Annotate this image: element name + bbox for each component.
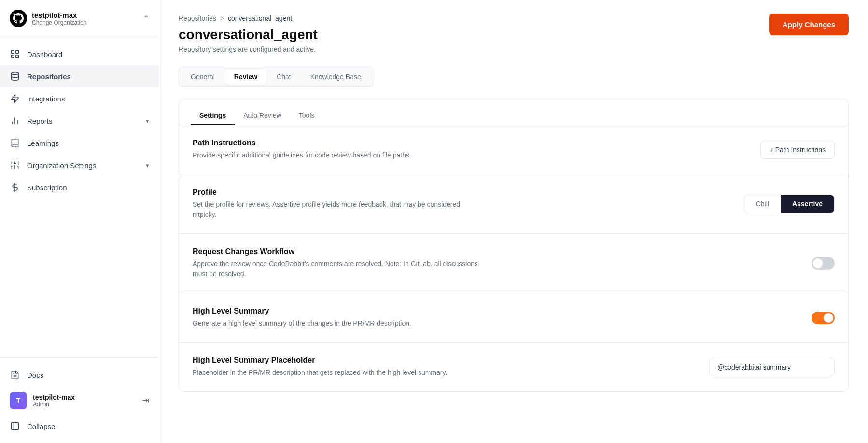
breadcrumb-separator: > bbox=[220, 14, 224, 22]
inner-tabs: Settings Auto Review Tools bbox=[179, 99, 848, 125]
org-info: testpilot-max Change Organization bbox=[32, 11, 143, 26]
file-text-icon bbox=[10, 370, 20, 380]
section-desc: Set the profile for reviews. Assertive p… bbox=[193, 200, 482, 220]
inner-tab-settings[interactable]: Settings bbox=[191, 107, 235, 125]
sidebar-item-subscription[interactable]: Subscription bbox=[0, 176, 159, 199]
sliders-icon bbox=[10, 160, 20, 171]
inner-tab-tools[interactable]: Tools bbox=[290, 107, 323, 125]
section-title: High Level Summary bbox=[193, 307, 800, 315]
page-subtitle: Repository settings are configured and a… bbox=[179, 45, 849, 53]
sidebar-item-label: Subscription bbox=[27, 184, 67, 192]
org-name: testpilot-max bbox=[32, 11, 143, 19]
section-info: High Level Summary Generate a high level… bbox=[193, 307, 800, 329]
user-role: Admin bbox=[33, 401, 136, 408]
org-switcher[interactable]: testpilot-max Change Organization ⌃ bbox=[0, 0, 159, 37]
sidebar-item-learnings[interactable]: Learnings bbox=[0, 132, 159, 154]
section-desc: Provide specific additional guidelines f… bbox=[193, 150, 482, 160]
sidebar-item-org-settings[interactable]: Organization Settings ▾ bbox=[0, 154, 159, 176]
sidebar-item-label: Organization Settings bbox=[27, 161, 96, 170]
sidebar-item-docs[interactable]: Docs bbox=[0, 364, 159, 386]
sidebar-item-label: Reports bbox=[27, 117, 53, 125]
add-path-instructions-button[interactable]: + Path Instructions bbox=[760, 141, 835, 159]
collapse-label: Collapse bbox=[27, 422, 55, 430]
sidebar-item-label: Docs bbox=[27, 371, 43, 379]
section-info: High Level Summary Placeholder Placehold… bbox=[193, 356, 698, 378]
collapse-icon bbox=[10, 421, 20, 431]
tab-knowledge-base[interactable]: Knowledge Base bbox=[301, 69, 371, 85]
request-changes-toggle[interactable] bbox=[812, 257, 835, 270]
page-title: conversational_agent bbox=[179, 27, 849, 43]
sidebar-nav: Dashboard Repositories Integrations Repo… bbox=[0, 37, 159, 357]
sidebar-item-label: Repositories bbox=[27, 72, 71, 81]
chevron-down-icon: ▾ bbox=[146, 162, 149, 169]
section-info: Request Changes Workflow Approve the rev… bbox=[193, 247, 800, 279]
toggle-slider bbox=[812, 312, 835, 324]
logout-icon[interactable]: ⇥ bbox=[142, 395, 149, 406]
section-title: High Level Summary Placeholder bbox=[193, 356, 698, 365]
sidebar-item-reports[interactable]: Reports ▾ bbox=[0, 110, 159, 132]
high-level-summary-toggle[interactable] bbox=[812, 312, 835, 324]
grid-icon bbox=[10, 49, 20, 59]
breadcrumb-current: conversational_agent bbox=[228, 14, 292, 22]
zap-icon bbox=[10, 93, 20, 104]
section-profile: Profile Set the profile for reviews. Ass… bbox=[179, 174, 848, 234]
section-info: Profile Set the profile for reviews. Ass… bbox=[193, 188, 732, 220]
sidebar-item-label: Learnings bbox=[27, 139, 59, 147]
section-desc: Placeholder in the PR/MR description tha… bbox=[193, 368, 482, 378]
svg-rect-2 bbox=[12, 55, 14, 58]
chevron-down-icon: ▾ bbox=[146, 117, 149, 125]
svg-rect-0 bbox=[12, 51, 14, 54]
toggle-slider bbox=[812, 257, 835, 270]
user-info: testpilot-max Admin bbox=[33, 393, 136, 408]
content-card: Settings Auto Review Tools Path Instruct… bbox=[179, 99, 849, 392]
user-name: testpilot-max bbox=[33, 393, 136, 401]
sidebar-item-dashboard[interactable]: Dashboard bbox=[0, 43, 159, 65]
profile-chill-button[interactable]: Chill bbox=[744, 195, 781, 213]
book-icon bbox=[10, 138, 20, 148]
sidebar: testpilot-max Change Organization ⌃ Dash… bbox=[0, 0, 159, 443]
profile-toggle: Chill Assertive bbox=[744, 195, 835, 213]
breadcrumb: Repositories > conversational_agent bbox=[179, 14, 849, 22]
sidebar-bottom: Docs T testpilot-max Admin ⇥ Collapse bbox=[0, 357, 159, 443]
summary-placeholder-input[interactable] bbox=[709, 358, 835, 376]
sidebar-item-label: Integrations bbox=[27, 95, 65, 103]
org-chevron-icon: ⌃ bbox=[143, 14, 149, 23]
collapse-button[interactable]: Collapse bbox=[0, 415, 159, 437]
main-content: Apply Changes Repositories > conversatio… bbox=[159, 0, 868, 443]
sidebar-item-integrations[interactable]: Integrations bbox=[0, 87, 159, 110]
section-desc: Generate a high level summary of the cha… bbox=[193, 318, 482, 329]
section-title: Profile bbox=[193, 188, 732, 197]
tab-chat[interactable]: Chat bbox=[267, 69, 301, 85]
inner-tab-auto-review[interactable]: Auto Review bbox=[235, 107, 290, 125]
svg-rect-3 bbox=[16, 55, 19, 58]
section-path-instructions: Path Instructions Provide specific addit… bbox=[179, 125, 848, 174]
dollar-icon bbox=[10, 182, 20, 193]
section-title: Request Changes Workflow bbox=[193, 247, 800, 256]
database-icon bbox=[10, 71, 20, 82]
tab-review[interactable]: Review bbox=[224, 69, 267, 85]
user-profile[interactable]: T testpilot-max Admin ⇥ bbox=[0, 386, 159, 415]
sidebar-item-label: Dashboard bbox=[27, 50, 62, 58]
section-title: Path Instructions bbox=[193, 139, 749, 147]
avatar: T bbox=[10, 392, 27, 409]
top-tabs: General Review Chat Knowledge Base bbox=[179, 67, 373, 87]
svg-rect-20 bbox=[12, 423, 19, 430]
apply-changes-button[interactable]: Apply Changes bbox=[769, 14, 849, 35]
section-request-changes-workflow: Request Changes Workflow Approve the rev… bbox=[179, 234, 848, 293]
svg-point-4 bbox=[12, 72, 19, 75]
org-sub: Change Organization bbox=[32, 19, 143, 26]
section-high-level-summary-placeholder: High Level Summary Placeholder Placehold… bbox=[179, 343, 848, 391]
tab-general[interactable]: General bbox=[181, 69, 224, 85]
sidebar-item-repositories[interactable]: Repositories bbox=[0, 65, 159, 87]
svg-rect-1 bbox=[16, 51, 19, 54]
section-high-level-summary: High Level Summary Generate a high level… bbox=[179, 293, 848, 343]
breadcrumb-parent[interactable]: Repositories bbox=[179, 14, 216, 22]
org-logo bbox=[10, 10, 27, 27]
bar-chart-icon bbox=[10, 115, 20, 126]
section-desc: Approve the review once CodeRabbit's com… bbox=[193, 259, 482, 279]
profile-assertive-button[interactable]: Assertive bbox=[781, 195, 834, 213]
section-info: Path Instructions Provide specific addit… bbox=[193, 139, 749, 160]
